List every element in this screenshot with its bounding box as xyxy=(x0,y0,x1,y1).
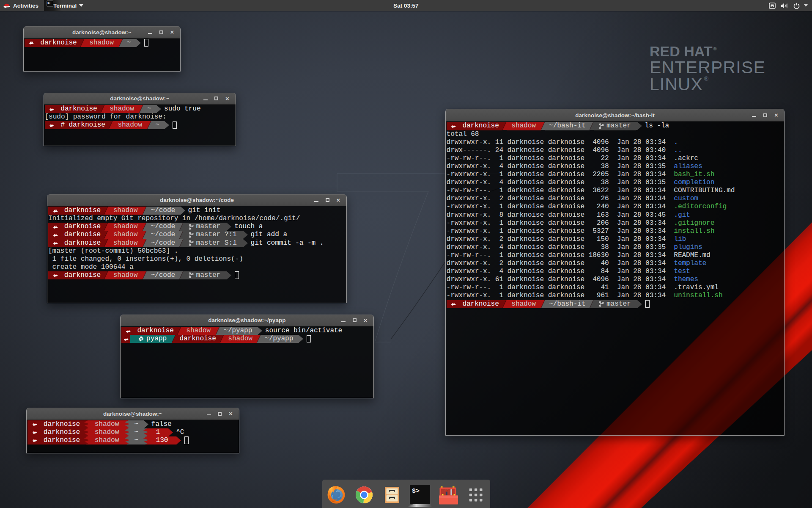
svg-text:$>: $> xyxy=(47,2,51,5)
svg-text:$>: $> xyxy=(412,488,420,495)
